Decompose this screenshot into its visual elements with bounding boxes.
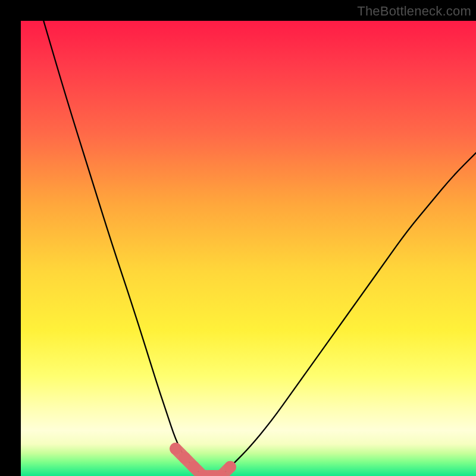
svg-point-2 bbox=[188, 461, 200, 473]
chart-svg bbox=[21, 21, 476, 476]
watermark-text: TheBottleneck.com bbox=[357, 4, 471, 19]
svg-point-0 bbox=[170, 443, 181, 455]
bottleneck-curve bbox=[43, 21, 476, 476]
optimal-zone-highlight bbox=[170, 443, 236, 476]
svg-point-6 bbox=[224, 461, 236, 473]
svg-point-1 bbox=[178, 452, 190, 464]
chart-frame: TheBottleneck.com bbox=[0, 0, 476, 476]
